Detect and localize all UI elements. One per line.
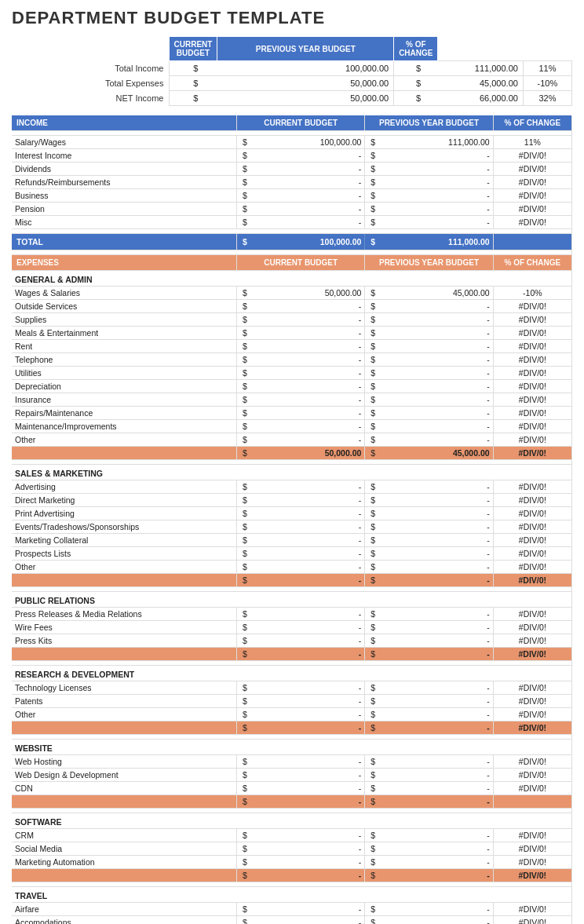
change-value: #DIV/0! — [493, 782, 571, 795]
previous-value: - — [381, 547, 493, 561]
current-value: - — [253, 494, 365, 507]
current-dollar: $ — [237, 769, 253, 782]
previous-dollar: $ — [365, 507, 381, 520]
previous-dollar: $ — [365, 407, 381, 420]
change-value: #DIV/0! — [493, 561, 571, 574]
item-label: Telephone — [12, 353, 237, 367]
current-dollar: $ — [237, 353, 253, 367]
current-dollar: $ — [237, 520, 253, 534]
subtotal-current: - — [253, 648, 365, 661]
current-value: - — [253, 856, 365, 869]
current-dollar: $ — [237, 327, 253, 340]
change-value: #DIV/0! — [493, 393, 571, 407]
income-total-previous: 111,000.00 — [381, 234, 493, 250]
subsection-header-label: PUBLIC RELATIONS — [12, 592, 572, 608]
summary-current: 100,000.00 — [217, 61, 394, 76]
income-current-header: CURRENT BUDGET — [237, 115, 365, 131]
current-value: - — [253, 300, 365, 313]
item-label: Technology Licenses — [12, 681, 237, 695]
previous-value: - — [381, 708, 493, 721]
previous-value: - — [381, 393, 493, 407]
current-value: - — [253, 755, 365, 769]
subsection-header-row: RESEARCH & DEVELOPMENT — [12, 666, 572, 681]
subtotal-current: - — [253, 574, 365, 587]
previous-value: - — [381, 608, 493, 621]
current-value: 100,000.00 — [253, 136, 365, 149]
current-dollar: $ — [237, 407, 253, 420]
data-row: Supplies $ - $ - #DIV/0! — [12, 313, 572, 327]
previous-dollar: $ — [365, 189, 381, 203]
current-dollar: $ — [237, 433, 253, 447]
item-label: Accomodations — [12, 916, 237, 925]
summary-current: 50,000.00 — [217, 91, 394, 106]
data-row: Print Advertising $ - $ - #DIV/0! — [12, 507, 572, 520]
data-row: CDN $ - $ - #DIV/0! — [12, 782, 572, 795]
expenses-label: EXPENSES — [12, 255, 237, 271]
change-value: #DIV/0! — [493, 380, 571, 393]
previous-dollar: $ — [365, 380, 381, 393]
item-label: Press Kits — [12, 634, 237, 648]
item-label: Pension — [12, 203, 237, 216]
current-dollar: $ — [237, 782, 253, 795]
item-label: Interest Income — [12, 149, 237, 163]
previous-dollar: $ — [365, 621, 381, 634]
item-label: Utilities — [12, 367, 237, 380]
change-value: #DIV/0! — [493, 547, 571, 561]
current-dollar: $ — [237, 903, 253, 916]
previous-dollar: $ — [365, 608, 381, 621]
subsection-header-label: TRAVEL — [12, 887, 572, 903]
current-dollar: $ — [237, 856, 253, 869]
item-label: Other — [12, 561, 237, 574]
summary-label: NET Income — [12, 91, 169, 106]
previous-value: - — [381, 313, 493, 327]
previous-value: - — [381, 367, 493, 380]
data-row: Marketing Automation $ - $ - #DIV/0! — [12, 856, 572, 869]
data-row: Advertising $ - $ - #DIV/0! — [12, 480, 572, 494]
data-row: Insurance $ - $ - #DIV/0! — [12, 393, 572, 407]
change-value: #DIV/0! — [493, 407, 571, 420]
summary-label: Total Income — [12, 61, 169, 76]
subtotal-current: - — [253, 721, 365, 735]
previous-dollar: $ — [365, 708, 381, 721]
data-row: Marketing Collateral $ - $ - #DIV/0! — [12, 534, 572, 547]
current-dollar: $ — [237, 420, 253, 433]
subtotal-change: #DIV/0! — [493, 721, 571, 735]
previous-dollar: $ — [365, 433, 381, 447]
change-value: #DIV/0! — [493, 433, 571, 447]
current-value: - — [253, 829, 365, 842]
current-dollar: $ — [237, 480, 253, 494]
previous-dollar: $ — [365, 494, 381, 507]
current-dollar: $ — [237, 216, 253, 229]
summary-dollar-current: $ — [169, 91, 217, 106]
summary-dollar-previous: $ — [394, 91, 438, 106]
item-label: Airfare — [12, 903, 237, 916]
summary-header-current: CURRENT BUDGET — [169, 37, 217, 61]
subtotal-previous: - — [381, 648, 493, 661]
previous-dollar: $ — [365, 695, 381, 708]
current-value: - — [253, 708, 365, 721]
data-row: Events/Tradeshows/Sponsorships $ - $ - #… — [12, 520, 572, 534]
previous-dollar: $ — [365, 136, 381, 149]
subsection-header-label: WEBSITE — [12, 740, 572, 755]
current-dollar: $ — [237, 681, 253, 695]
item-label: Web Hosting — [12, 755, 237, 769]
previous-dollar: $ — [365, 300, 381, 313]
subtotal-row: $ - $ - #DIV/0! — [12, 648, 572, 661]
previous-dollar: $ — [365, 755, 381, 769]
change-value: #DIV/0! — [493, 327, 571, 340]
data-row: Maintenance/Improvements $ - $ - #DIV/0! — [12, 420, 572, 433]
current-value: - — [253, 176, 365, 189]
current-dollar: $ — [237, 842, 253, 856]
previous-value: - — [381, 695, 493, 708]
item-label: Prospects Lists — [12, 547, 237, 561]
item-label: Insurance — [12, 393, 237, 407]
data-row: Web Hosting $ - $ - #DIV/0! — [12, 755, 572, 769]
data-row: Depreciation $ - $ - #DIV/0! — [12, 380, 572, 393]
change-value: #DIV/0! — [493, 755, 571, 769]
change-value: #DIV/0! — [493, 189, 571, 203]
data-row: Press Kits $ - $ - #DIV/0! — [12, 634, 572, 648]
current-value: - — [253, 621, 365, 634]
previous-value: - — [381, 842, 493, 856]
page-title: DEPARTMENT BUDGET TEMPLATE — [12, 8, 572, 28]
data-row: Utilities $ - $ - #DIV/0! — [12, 367, 572, 380]
